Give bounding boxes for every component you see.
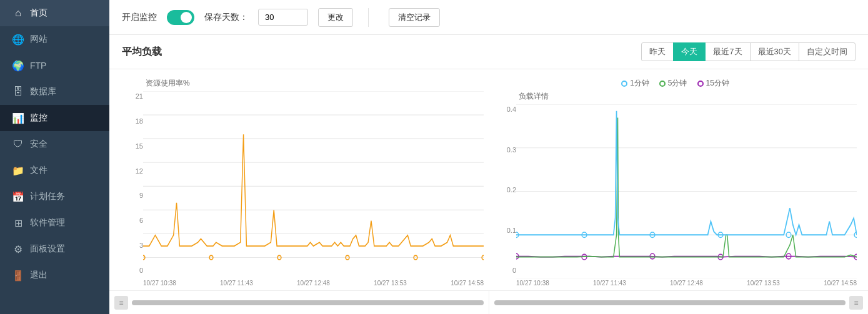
save-days-input[interactable] xyxy=(258,9,308,26)
sidebar-item-home[interactable]: ⌂ 首页 xyxy=(0,0,109,26)
website-icon: 🌐 xyxy=(12,34,24,45)
change-button[interactable]: 更改 xyxy=(318,8,353,27)
right-scroll-track[interactable] xyxy=(494,300,846,305)
sidebar-item-monitor-label: 监控 xyxy=(30,112,47,124)
left-scroll-icon[interactable]: ≡ xyxy=(114,296,128,310)
left-scroll-thumb xyxy=(132,300,484,305)
sidebar-item-ftp-label: FTP xyxy=(30,61,46,71)
monitor-toggle[interactable] xyxy=(167,10,194,25)
x-label-r: 10/27 14:58 xyxy=(824,280,857,287)
ftp-icon: 🌍 xyxy=(12,60,24,71)
sidebar-item-website[interactable]: 🌐 网站 xyxy=(0,26,109,52)
toggle-switch[interactable] xyxy=(167,10,194,25)
legend-5min: 5分钟 xyxy=(659,78,687,89)
divider xyxy=(368,8,369,27)
legend-label-15min: 15分钟 xyxy=(706,78,729,89)
sidebar-item-panel[interactable]: ⚙ 面板设置 xyxy=(0,236,109,262)
x-label-r: 10/27 13:53 xyxy=(747,280,780,287)
sidebar-item-ftp[interactable]: 🌍 FTP xyxy=(0,52,109,79)
charts-area: 资源使用率% 21 18 15 12 9 6 3 0 xyxy=(109,69,868,290)
y-label: 12 xyxy=(136,167,143,175)
sidebar-item-logout-label: 退出 xyxy=(30,270,47,281)
sidebar-item-tasks-label: 计划任务 xyxy=(30,191,65,202)
files-icon: 📁 xyxy=(12,165,24,176)
sidebar-item-files-label: 文件 xyxy=(30,165,47,176)
y-label-r: 0.2 xyxy=(507,186,516,194)
y-label-r: 0.1 xyxy=(507,227,516,234)
logout-icon: 🚪 xyxy=(12,270,24,281)
left-scroll-track[interactable] xyxy=(132,300,484,305)
topbar: 开启监控 保存天数： 更改 清空记录 xyxy=(109,0,868,35)
sidebar-item-monitor[interactable]: 📊 监控 xyxy=(0,105,109,131)
section-header: 平均负载 昨天 今天 最近7天 最近30天 自定义时间 xyxy=(109,35,868,69)
y-label: 15 xyxy=(136,142,143,150)
sidebar-item-security-label: 安全 xyxy=(30,139,47,150)
software-icon: ⊞ xyxy=(12,217,24,228)
sidebar: ⌂ 首页 🌐 网站 🌍 FTP 🗄 数据库 📊 监控 🛡 安全 📁 文件 📅 计… xyxy=(0,0,109,314)
sidebar-item-logout[interactable]: 🚪 退出 xyxy=(0,262,109,288)
main-content: 开启监控 保存天数： 更改 清空记录 平均负载 昨天 今天 最近7天 最近30天… xyxy=(109,0,868,314)
right-chart-title: 负载详情 xyxy=(494,91,857,102)
left-chart-svg xyxy=(143,91,484,278)
sidebar-item-database[interactable]: 🗄 数据库 xyxy=(0,79,109,105)
y-label: 21 xyxy=(136,92,143,100)
monitor-icon: 📊 xyxy=(12,112,24,124)
sidebar-item-security[interactable]: 🛡 安全 xyxy=(0,131,109,157)
tab-yesterday[interactable]: 昨天 xyxy=(641,42,674,61)
sidebar-item-website-label: 网站 xyxy=(30,34,47,45)
left-chart-panel: 资源使用率% 21 18 15 12 9 6 3 0 xyxy=(116,76,489,290)
y-label-r: 0.4 xyxy=(507,105,516,113)
legend-1min: 1分钟 xyxy=(621,78,649,89)
x-label: 10/27 11:43 xyxy=(220,280,253,287)
database-icon: 🗄 xyxy=(12,86,24,97)
sidebar-item-software[interactable]: ⊞ 软件管理 xyxy=(0,210,109,236)
x-label: 10/27 13:53 xyxy=(374,280,407,287)
tab-custom[interactable]: 自定义时间 xyxy=(799,42,856,61)
y-label-r: 0.3 xyxy=(507,146,516,154)
x-label-r: 10/27 12:48 xyxy=(670,280,703,287)
tab-30days[interactable]: 最近30天 xyxy=(750,42,799,61)
chart-legend: 1分钟 5分钟 15分钟 xyxy=(494,78,857,89)
sidebar-item-panel-label: 面板设置 xyxy=(30,243,65,255)
home-icon: ⌂ xyxy=(12,7,24,19)
right-chart-svg xyxy=(516,104,857,278)
sidebar-item-home-label: 首页 xyxy=(30,7,47,19)
y-label: 18 xyxy=(136,117,143,125)
clear-records-button[interactable]: 清空记录 xyxy=(389,8,440,27)
legend-dot-5min xyxy=(659,81,666,87)
sidebar-item-tasks[interactable]: 📅 计划任务 xyxy=(0,184,109,210)
x-label-r: 10/27 11:43 xyxy=(593,280,626,287)
sidebar-item-files[interactable]: 📁 文件 xyxy=(0,157,109,184)
sidebar-item-database-label: 数据库 xyxy=(30,86,56,97)
x-label-r: 10/27 10:38 xyxy=(516,280,549,287)
right-scroll-thumb xyxy=(494,300,846,305)
legend-dot-15min xyxy=(697,81,704,87)
legend-label-5min: 5分钟 xyxy=(668,78,687,89)
save-days-label: 保存天数： xyxy=(204,12,248,23)
time-tabs: 昨天 今天 最近7天 最近30天 自定义时间 xyxy=(642,42,856,61)
security-icon: 🛡 xyxy=(12,139,24,150)
panel-icon: ⚙ xyxy=(12,243,24,255)
tab-7days[interactable]: 最近7天 xyxy=(705,42,750,61)
legend-dot-1min xyxy=(621,81,627,87)
x-label: 10/27 10:38 xyxy=(143,280,176,287)
legend-label-1min: 1分钟 xyxy=(630,78,649,89)
right-chart-panel: 1分钟 5分钟 15分钟 负载详情 0.4 0.3 0.2 0.1 xyxy=(489,76,862,290)
left-chart-title: 资源使用率% xyxy=(121,78,484,89)
legend-15min: 15分钟 xyxy=(697,78,729,89)
section-title: 平均负载 xyxy=(122,46,162,59)
sidebar-item-software-label: 软件管理 xyxy=(30,217,65,228)
right-scroll-icon[interactable]: ≡ xyxy=(849,296,863,310)
x-label: 10/27 12:48 xyxy=(297,280,330,287)
tasks-icon: 📅 xyxy=(12,191,24,202)
monitor-label: 开启监控 xyxy=(122,12,157,23)
tab-today[interactable]: 今天 xyxy=(673,42,706,61)
x-label: 10/27 14:58 xyxy=(451,280,484,287)
